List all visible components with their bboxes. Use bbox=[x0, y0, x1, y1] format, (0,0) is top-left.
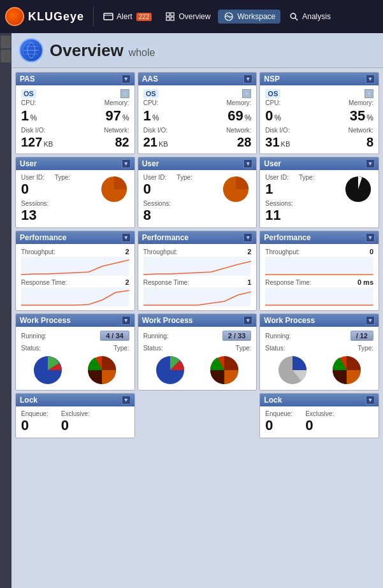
aas-userid-label: User ID: bbox=[143, 174, 167, 181]
alert-badge: 222 bbox=[136, 13, 152, 21]
aas-response-value: 1 bbox=[247, 278, 251, 286]
aas-perf-header: Performance ▼ bbox=[138, 231, 257, 244]
logo-text: KLUGeye bbox=[28, 10, 84, 24]
aas-type-group: Type: bbox=[177, 174, 192, 197]
pas-enqueue-value: 0 bbox=[21, 417, 48, 434]
svg-rect-23 bbox=[265, 287, 373, 306]
pas-os-body: OS ▼ CPU: Memory: 1 % 97 bbox=[16, 85, 134, 154]
pas-perf-collapse[interactable]: ▼ bbox=[122, 233, 131, 242]
nsp-os-collapse[interactable]: ▼ bbox=[366, 75, 375, 83]
nsp-type-label: Type: bbox=[299, 174, 314, 181]
aas-os-body: OS ▼ CPU: Memory: 1 % 69 bbox=[138, 85, 257, 154]
alert-button[interactable]: Alert 222 bbox=[98, 10, 157, 24]
pas-cpu-label: CPU: bbox=[21, 99, 36, 106]
svg-point-8 bbox=[291, 13, 296, 18]
pas-enqueue-group: Enqueue: 0 bbox=[21, 410, 48, 434]
nsp-wp-run-label: Running: bbox=[265, 333, 291, 340]
pas-response-row: Response Time: 2 bbox=[21, 278, 129, 286]
nsp-lock-panel: Lock ▼ Enqueue: 0 Exclusive: 0 bbox=[259, 393, 379, 438]
nsp-sessions-label: Sessions: bbox=[265, 200, 314, 207]
pas-wp-status-label: Status: bbox=[21, 345, 41, 352]
nsp-os-header: NSP ▼ bbox=[260, 73, 379, 85]
aas-wp-run-label: Running: bbox=[143, 333, 169, 340]
aas-os-scroll[interactable]: ▼ bbox=[242, 89, 251, 98]
nsp-perf-body: Throughput: 0 Response Time: 0 ms bbox=[260, 244, 379, 310]
aas-memory-unit: % bbox=[245, 113, 252, 122]
aas-wp-run-value: 2 / 33 bbox=[222, 331, 252, 341]
pas-wp-collapse[interactable]: ▼ bbox=[122, 316, 131, 325]
nsp-userid-group: User ID: 1 bbox=[265, 174, 289, 197]
pas-network-label: Network: bbox=[104, 127, 129, 134]
svg-rect-5 bbox=[171, 17, 174, 20]
pas-memory-unit: % bbox=[122, 113, 129, 122]
pas-sessions-value: 13 bbox=[21, 207, 70, 224]
nsp-exclusive-value: 0 bbox=[305, 417, 334, 434]
pas-cpu-unit: % bbox=[30, 113, 37, 122]
aas-userid-group: User ID: 0 bbox=[143, 174, 167, 197]
nsp-wp-panel: Work Process ▼ Running: / 12 Status: Typ… bbox=[259, 313, 379, 391]
nsp-wp-status-label: Status: bbox=[265, 345, 285, 352]
aas-user-header: User ▼ bbox=[138, 157, 257, 170]
pas-throughput-label: Throughput: bbox=[21, 248, 55, 255]
pas-wp-run-label: Running: bbox=[21, 333, 47, 340]
pas-wp-panel: Work Process ▼ Running: 4 / 34 Status: T… bbox=[15, 313, 135, 391]
pas-os-panel: PAS ▼ OS ▼ CPU: Memory: 1 % bbox=[15, 72, 135, 154]
pas-perf-body: Throughput: 2 Response Time: 2 bbox=[16, 244, 134, 310]
aas-wp-body: Running: 2 / 33 Status: Type: bbox=[138, 327, 257, 390]
panel-grid: PAS ▼ OS ▼ CPU: Memory: 1 % bbox=[11, 68, 383, 442]
pas-disk-value: 127 bbox=[21, 135, 42, 150]
nsp-disk-unit: KB bbox=[281, 140, 291, 148]
nsp-wp-collapse[interactable]: ▼ bbox=[366, 316, 375, 325]
aas-wp-status-pie bbox=[154, 354, 186, 386]
aas-perf-panel: Performance ▼ Throughput: 2 bbox=[138, 231, 257, 311]
aas-sessions-group: Sessions: 8 bbox=[143, 200, 192, 224]
aas-wp-collapse[interactable]: ▼ bbox=[243, 316, 252, 325]
nsp-perf-collapse[interactable]: ▼ bbox=[366, 233, 375, 242]
aas-sessions-value: 8 bbox=[143, 207, 192, 224]
nsp-userid-label: User ID: bbox=[265, 174, 289, 181]
sidebar-item-1[interactable] bbox=[1, 36, 11, 48]
aas-cpu-unit: % bbox=[152, 113, 159, 122]
svg-rect-19 bbox=[21, 287, 129, 306]
aas-wp-panel: Work Process ▼ Running: 2 / 33 Status: T… bbox=[138, 313, 257, 391]
analysis-button[interactable]: Analysis bbox=[283, 10, 336, 24]
pas-exclusive-value: 0 bbox=[61, 417, 90, 434]
page-title-block: Overview whole bbox=[50, 41, 155, 61]
overview-button[interactable]: Overview bbox=[159, 10, 215, 24]
aas-perf-collapse[interactable]: ▼ bbox=[243, 233, 252, 242]
nsp-throughput-row: Throughput: 0 bbox=[265, 248, 373, 255]
svg-line-9 bbox=[295, 18, 298, 20]
nsp-type-group: Type: bbox=[299, 174, 314, 197]
pas-throughput-chart bbox=[21, 257, 129, 276]
analysis-icon bbox=[288, 12, 300, 21]
aas-network-label: Network: bbox=[226, 127, 251, 134]
pas-user-left: User ID: 0 Type: Sessions: 13 bbox=[21, 174, 70, 224]
pas-os-collapse[interactable]: ▼ bbox=[122, 75, 131, 83]
aas-user-collapse[interactable]: ▼ bbox=[243, 159, 252, 168]
pas-os-scroll[interactable]: ▼ bbox=[120, 89, 129, 98]
pas-enqueue-label: Enqueue: bbox=[21, 410, 48, 417]
workspace-button[interactable]: Workspace bbox=[218, 10, 280, 24]
nsp-lock-collapse[interactable]: ▼ bbox=[366, 396, 375, 405]
aas-cpu-value: 1 bbox=[143, 108, 151, 124]
nsp-user-collapse[interactable]: ▼ bbox=[366, 159, 375, 168]
nsp-wp-type-label: Type: bbox=[358, 345, 373, 352]
aas-disk-label: Disk I/O: bbox=[143, 127, 168, 134]
nsp-enqueue-group: Enqueue: 0 bbox=[265, 410, 293, 434]
pas-user-collapse[interactable]: ▼ bbox=[122, 159, 131, 168]
nsp-enqueue-label: Enqueue: bbox=[265, 410, 293, 417]
pas-lock-panel: Lock ▼ Enqueue: 0 Exclusive: 0 bbox=[15, 393, 135, 438]
pas-lock-collapse[interactable]: ▼ bbox=[122, 396, 131, 405]
nsp-user-body: User ID: 1 Type: Sessions: 11 bbox=[260, 170, 379, 227]
nsp-wp-status-pie bbox=[277, 354, 308, 386]
aas-os-collapse[interactable]: ▼ bbox=[243, 75, 252, 83]
pas-type-group: Type: bbox=[55, 174, 70, 197]
svg-rect-0 bbox=[104, 13, 113, 20]
aas-os-label: OS bbox=[143, 89, 159, 98]
aas-wp-status-label: Status: bbox=[143, 345, 163, 352]
pas-wp-type-pie bbox=[86, 354, 118, 386]
sidebar-item-2[interactable] bbox=[1, 50, 11, 62]
aas-network-value: 28 bbox=[237, 135, 251, 150]
nsp-memory-label: Memory: bbox=[349, 99, 373, 106]
nsp-os-scroll[interactable]: ▼ bbox=[365, 89, 373, 98]
